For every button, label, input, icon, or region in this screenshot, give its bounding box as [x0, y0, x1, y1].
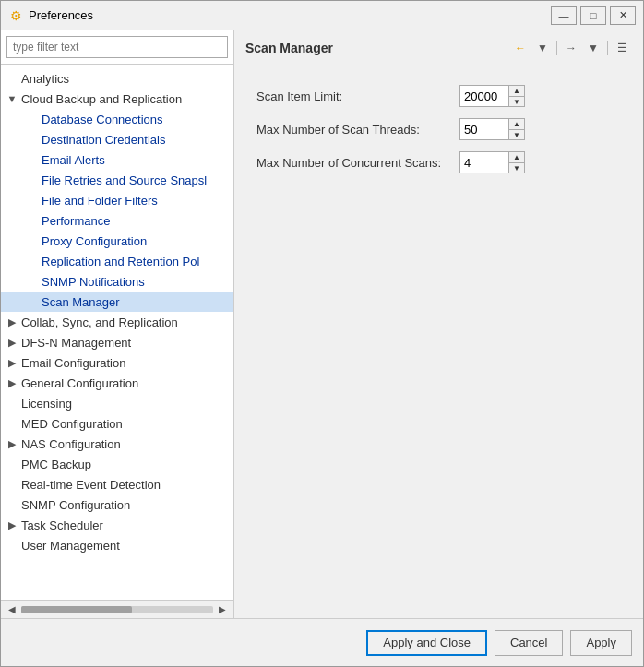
scrollbar-thumb	[21, 606, 132, 613]
tree-item-label-general-config: General Configuration	[21, 376, 138, 390]
right-panel-title: Scan Manager	[245, 41, 333, 55]
tree-item-label-file-retries: File Retries and Source Snapsl	[42, 173, 207, 187]
window-title: Preferences	[29, 8, 551, 22]
form-row-max-concurrent-scans: Max Number of Concurrent Scans:▲▼	[256, 151, 621, 173]
tree-item-med-config[interactable]: MED Configuration	[1, 413, 233, 434]
tree-item-label-email-config: Email Configuration	[21, 356, 125, 370]
expand-icon-cloud-backup: ▼	[6, 93, 18, 104]
right-content: Scan Item Limit:▲▼Max Number of Scan Thr…	[234, 66, 643, 618]
right-header: Scan Manager ← ▼ → ▼ ☰	[234, 30, 643, 66]
tree-item-label-realtime: Real-time Event Detection	[21, 478, 161, 492]
tree-item-label-email-alerts: Email Alerts	[42, 153, 105, 167]
tree-item-label-snmp-notif: SNMP Notifications	[42, 275, 145, 289]
tree-item-label-licensing: Licensing	[21, 397, 72, 411]
form-label-max-scan-threads: Max Number of Scan Threads:	[256, 123, 459, 137]
scrollbar-area: ◀ ▶	[1, 600, 233, 618]
expand-icon-nas-config: ▶	[6, 438, 18, 450]
expand-icon-collab-sync: ▶	[6, 316, 18, 328]
tree-item-label-user-management: User Management	[21, 539, 120, 553]
spinner-input-scan-item-limit[interactable]	[460, 86, 508, 106]
spinner-down-scan-item-limit[interactable]: ▼	[509, 96, 524, 106]
spinner-down-max-scan-threads[interactable]: ▼	[509, 129, 524, 139]
cancel-button[interactable]: Cancel	[495, 630, 563, 656]
tree-item-label-performance: Performance	[42, 214, 110, 228]
filter-wrap	[1, 30, 233, 65]
tree-item-snmp-config[interactable]: SNMP Configuration	[1, 494, 233, 515]
tree-item-scan-manager[interactable]: Scan Manager	[1, 292, 233, 312]
spinner-input-max-concurrent-scans[interactable]	[460, 152, 508, 173]
right-toolbar: ← ▼ → ▼ ☰	[510, 38, 632, 58]
minimize-button[interactable]: —	[551, 6, 577, 25]
tree-item-replication[interactable]: Replication and Retention Pol	[1, 251, 233, 271]
tree-item-snmp-notif[interactable]: SNMP Notifications	[1, 271, 233, 292]
close-button[interactable]: ✕	[610, 6, 636, 25]
forward-button[interactable]: →	[561, 38, 581, 58]
main-area: Analytics▼Cloud Backup and ReplicationDa…	[1, 30, 643, 618]
tree-item-performance[interactable]: Performance	[1, 210, 233, 231]
tree-item-label-med-config: MED Configuration	[21, 417, 123, 431]
tree-item-label-replication: Replication and Retention Pol	[42, 255, 199, 268]
tree-item-email-alerts[interactable]: Email Alerts	[1, 149, 233, 170]
tree-item-label-dfs-n: DFS-N Management	[21, 336, 131, 350]
tree-item-email-config[interactable]: ▶Email Configuration	[1, 352, 233, 373]
tree-item-pmc-backup[interactable]: PMC Backup	[1, 454, 233, 474]
tree-item-label-proxy-config: Proxy Configuration	[42, 234, 147, 248]
scroll-left-arrow[interactable]: ◀	[6, 604, 18, 615]
filter-input[interactable]	[6, 36, 228, 58]
expand-icon-email-config: ▶	[6, 357, 18, 369]
spinner-up-max-scan-threads[interactable]: ▲	[509, 119, 524, 129]
spinner-max-scan-threads: ▲▼	[459, 118, 525, 140]
form-row-scan-item-limit: Scan Item Limit:▲▼	[256, 85, 621, 107]
spinner-up-max-concurrent-scans[interactable]: ▲	[509, 152, 524, 162]
tree-item-proxy-config[interactable]: Proxy Configuration	[1, 231, 233, 251]
tree-area: Analytics▼Cloud Backup and ReplicationDa…	[1, 65, 233, 600]
tree-item-label-snmp-config: SNMP Configuration	[21, 498, 130, 512]
toolbar-separator-2	[607, 41, 608, 55]
title-bar: ⚙ Preferences — □ ✕	[1, 1, 643, 30]
apply-and-close-button[interactable]: Apply and Close	[366, 630, 487, 656]
spinner-input-max-scan-threads[interactable]	[460, 119, 508, 139]
tree-item-collab-sync[interactable]: ▶Collab, Sync, and Replication	[1, 312, 233, 332]
tree-item-licensing[interactable]: Licensing	[1, 393, 233, 413]
spinner-up-scan-item-limit[interactable]: ▲	[509, 86, 524, 96]
apply-button[interactable]: Apply	[570, 630, 632, 656]
tree-item-label-analytics: Analytics	[21, 72, 69, 86]
scrollbar-track[interactable]	[21, 606, 213, 613]
tree-item-label-nas-config: NAS Configuration	[21, 437, 121, 451]
spinner-max-concurrent-scans: ▲▼	[459, 151, 525, 173]
tree-item-task-scheduler[interactable]: ▶Task Scheduler	[1, 515, 233, 535]
window-icon: ⚙	[8, 8, 23, 23]
spinner-buttons-max-concurrent-scans: ▲▼	[508, 152, 524, 173]
tree-item-label-dest-creds: Destination Credentials	[42, 133, 165, 147]
back-dropdown-button[interactable]: ▼	[532, 38, 553, 58]
tree-item-db-connections[interactable]: Database Connections	[1, 109, 233, 129]
maximize-button[interactable]: □	[580, 6, 606, 25]
tree-item-analytics[interactable]: Analytics	[1, 68, 233, 89]
tree-item-file-retries[interactable]: File Retries and Source Snapsl	[1, 170, 233, 190]
spinner-down-max-concurrent-scans[interactable]: ▼	[509, 162, 524, 173]
left-panel: Analytics▼Cloud Backup and ReplicationDa…	[1, 30, 234, 618]
tree-item-label-pmc-backup: PMC Backup	[21, 458, 91, 471]
forward-dropdown-button[interactable]: ▼	[583, 38, 603, 58]
more-button[interactable]: ☰	[612, 38, 632, 58]
preferences-window: ⚙ Preferences — □ ✕ Analytics▼Cloud Back…	[0, 0, 644, 667]
tree-item-general-config[interactable]: ▶General Configuration	[1, 373, 233, 393]
tree-item-label-collab-sync: Collab, Sync, and Replication	[21, 316, 178, 329]
tree-item-nas-config[interactable]: ▶NAS Configuration	[1, 434, 233, 454]
form-label-max-concurrent-scans: Max Number of Concurrent Scans:	[256, 156, 459, 170]
form-row-max-scan-threads: Max Number of Scan Threads:▲▼	[256, 118, 621, 140]
tree-item-dest-creds[interactable]: Destination Credentials	[1, 129, 233, 149]
tree-item-realtime[interactable]: Real-time Event Detection	[1, 474, 233, 494]
tree-item-dfs-n[interactable]: ▶DFS-N Management	[1, 332, 233, 352]
expand-icon-task-scheduler: ▶	[6, 519, 18, 531]
tree-item-label-cloud-backup: Cloud Backup and Replication	[21, 92, 182, 106]
expand-icon-dfs-n: ▶	[6, 337, 18, 349]
back-button[interactable]: ←	[510, 38, 531, 58]
tree-item-user-management[interactable]: User Management	[1, 535, 233, 555]
tree-item-cloud-backup[interactable]: ▼Cloud Backup and Replication	[1, 89, 233, 109]
tree-item-label-file-folder: File and Folder Filters	[42, 194, 158, 208]
spinner-scan-item-limit: ▲▼	[459, 85, 525, 107]
tree-item-file-folder[interactable]: File and Folder Filters	[1, 190, 233, 210]
scroll-right-arrow[interactable]: ▶	[217, 604, 228, 615]
tree-item-label-scan-manager: Scan Manager	[42, 295, 120, 309]
